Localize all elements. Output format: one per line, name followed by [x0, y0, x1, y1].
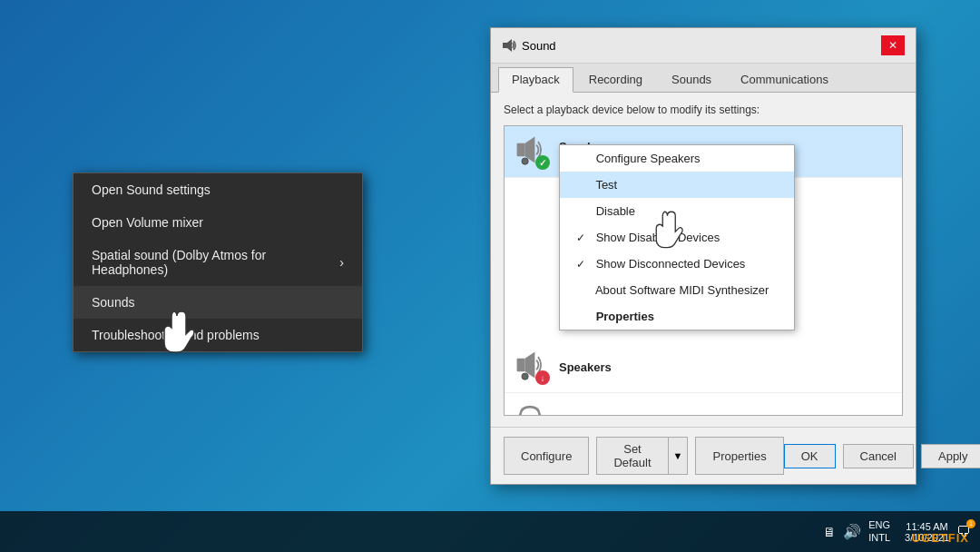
watermark-u: U	[912, 531, 921, 545]
svg-rect-5	[517, 359, 525, 371]
svg-point-4	[522, 158, 528, 164]
dcm-configure[interactable]: Configure Speakers	[560, 145, 794, 172]
device-name-headphones: Headphones	[559, 412, 893, 416]
dcm-about-midi[interactable]: About Software MIDI Synthesizer	[560, 277, 794, 303]
notification-badge: 1	[966, 519, 975, 528]
dialog-footer: Configure Set Default ▼ Properties OK Ca…	[491, 427, 916, 484]
sound-title-icon	[502, 38, 516, 53]
set-default-arrow[interactable]: ▼	[668, 437, 689, 475]
dialog-titlebar: Sound ✕	[491, 28, 916, 64]
dialog-instruction: Select a playback device below to modify…	[504, 104, 903, 116]
dcm-test[interactable]: Test	[560, 172, 794, 198]
context-menu-item-sounds[interactable]: Sounds	[74, 286, 362, 319]
device-context-menu: Configure Speakers Test Disable ✓ Sh	[559, 144, 795, 330]
dcm-show-disconnected[interactable]: ✓ Show Disconnected Devices	[560, 251, 794, 277]
dcm-show-disabled[interactable]: ✓ Show Disabled Devices	[560, 224, 794, 251]
apply-button[interactable]: Apply	[921, 444, 980, 468]
dialog-tabs: Playback Recording Sounds Communications	[491, 64, 916, 93]
dialog-close-button[interactable]: ✕	[881, 35, 905, 55]
dcm-properties[interactable]: Properties	[560, 303, 794, 330]
cancel-button[interactable]: Cancel	[843, 444, 914, 468]
context-menu: Open Sound settings Open Volume mixer Sp…	[73, 172, 363, 352]
set-default-group: Set Default ▼	[596, 437, 688, 475]
arrow-right-icon: ›	[339, 255, 344, 270]
tab-communications[interactable]: Communications	[727, 67, 842, 92]
tab-sounds[interactable]: Sounds	[658, 67, 725, 92]
device-item-headphones[interactable]: ↓ Headphones	[505, 393, 902, 415]
device-info-speakers-2: Speakers	[559, 360, 893, 374]
tab-playback[interactable]: Playback	[498, 67, 573, 93]
desktop: Open Sound settings Open Volume mixer Sp…	[0, 0, 980, 552]
footer-right-buttons: OK Cancel Apply	[784, 444, 980, 468]
context-menu-item-spatial[interactable]: Spatial sound (Dolby Atmos for Headphone…	[74, 239, 362, 286]
configure-button[interactable]: Configure	[504, 437, 589, 475]
taskbar-volume-icon[interactable]: 🔊	[843, 523, 861, 540]
ok-button[interactable]: OK	[784, 444, 836, 468]
dcm-disable[interactable]: Disable	[560, 198, 794, 224]
context-menu-item-volume-mixer[interactable]: Open Volume mixer	[74, 206, 362, 239]
svg-rect-0	[503, 43, 507, 48]
svg-point-7	[522, 373, 528, 380]
taskbar-lang: ENGINTL	[868, 519, 890, 543]
taskbar-pc-icon: 🖥	[823, 525, 836, 539]
context-menu-item-troubleshoot[interactable]: Troubleshoot sound problems	[74, 319, 362, 351]
dialog-title: Sound	[502, 38, 556, 53]
taskbar: 🖥 🔊 ENGINTL 11:45 AM 3/10/2021 🗨 1	[0, 511, 980, 552]
properties-button[interactable]: Properties	[695, 437, 783, 475]
set-default-button[interactable]: Set Default	[596, 437, 667, 475]
status-red-badge-2: ↓	[535, 370, 550, 385]
watermark-fix: FIX	[948, 531, 969, 545]
sound-dialog: Sound ✕ Playback Recording Sounds Commun…	[490, 27, 916, 485]
watermark: UGETFIX	[912, 531, 969, 545]
footer-left-buttons: Configure Set Default ▼ Properties	[504, 437, 784, 475]
device-name-2: Speakers	[559, 360, 893, 374]
device-icon-headphones: ↓	[514, 400, 550, 415]
tab-recording[interactable]: Recording	[575, 67, 656, 92]
device-list-container: ✓ Speakers Default Device Configure Spea…	[504, 125, 903, 416]
device-list[interactable]: ✓ Speakers Default Device Configure Spea…	[505, 126, 902, 415]
device-item-speakers-2[interactable]: ↓ Speakers	[505, 341, 902, 393]
device-icon-speaker-2: ↓	[514, 349, 550, 385]
dialog-title-text: Sound	[522, 39, 556, 53]
watermark-get: GET	[921, 531, 948, 545]
svg-marker-1	[507, 39, 512, 52]
status-green-badge: ✓	[535, 155, 550, 170]
dialog-body: Select a playback device below to modify…	[491, 93, 916, 427]
device-icon-speaker: ✓	[514, 133, 550, 170]
context-menu-item-open-sound[interactable]: Open Sound settings	[74, 173, 362, 206]
svg-rect-2	[517, 143, 525, 156]
device-info-headphones: Headphones	[559, 412, 893, 416]
